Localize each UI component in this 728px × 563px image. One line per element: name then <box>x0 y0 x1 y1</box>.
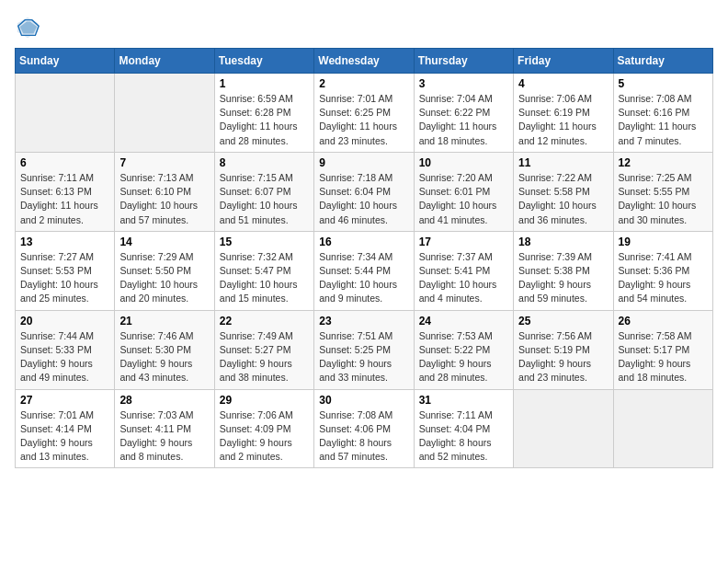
day-info: Sunrise: 7:46 AM Sunset: 5:30 PM Dayligh… <box>119 329 209 385</box>
day-info: Sunrise: 7:29 AM Sunset: 5:50 PM Dayligh… <box>119 250 209 306</box>
day-info: Sunrise: 7:15 AM Sunset: 6:07 PM Dayligh… <box>220 171 309 227</box>
calendar-cell: 21Sunrise: 7:46 AM Sunset: 5:30 PM Dayli… <box>115 310 214 389</box>
day-number: 13 <box>20 236 109 248</box>
day-info: Sunrise: 7:39 AM Sunset: 5:38 PM Dayligh… <box>518 250 608 306</box>
day-number: 16 <box>319 236 408 248</box>
day-info: Sunrise: 7:08 AM Sunset: 6:16 PM Dayligh… <box>619 92 708 148</box>
calendar-cell: 26Sunrise: 7:58 AM Sunset: 5:17 PM Dayli… <box>613 310 712 389</box>
calendar-cell: 31Sunrise: 7:11 AM Sunset: 4:04 PM Dayli… <box>414 389 513 468</box>
day-info: Sunrise: 7:34 AM Sunset: 5:44 PM Dayligh… <box>319 250 408 306</box>
calendar-cell: 28Sunrise: 7:03 AM Sunset: 4:11 PM Dayli… <box>115 389 214 468</box>
calendar-cell: 7Sunrise: 7:13 AM Sunset: 6:10 PM Daylig… <box>115 152 214 231</box>
logo-icon <box>15 15 40 40</box>
calendar-header-row: SundayMondayTuesdayWednesdayThursdayFrid… <box>16 49 713 74</box>
calendar-cell: 18Sunrise: 7:39 AM Sunset: 5:38 PM Dayli… <box>514 231 613 310</box>
day-number: 20 <box>20 315 109 327</box>
day-number: 15 <box>220 236 309 248</box>
calendar-cell: 5Sunrise: 7:08 AM Sunset: 6:16 PM Daylig… <box>613 74 712 153</box>
day-number: 25 <box>518 315 608 327</box>
calendar-cell: 27Sunrise: 7:01 AM Sunset: 4:14 PM Dayli… <box>16 389 115 468</box>
day-info: Sunrise: 7:01 AM Sunset: 4:14 PM Dayligh… <box>20 408 109 465</box>
calendar-cell: 30Sunrise: 7:08 AM Sunset: 4:06 PM Dayli… <box>314 389 414 468</box>
calendar-week-row: 6Sunrise: 7:11 AM Sunset: 6:13 PM Daylig… <box>16 152 713 231</box>
day-info: Sunrise: 7:49 AM Sunset: 5:27 PM Dayligh… <box>220 329 309 385</box>
calendar-cell: 9Sunrise: 7:18 AM Sunset: 6:04 PM Daylig… <box>314 152 414 231</box>
day-info: Sunrise: 7:51 AM Sunset: 5:25 PM Dayligh… <box>319 329 408 385</box>
day-number: 12 <box>619 156 708 169</box>
day-info: Sunrise: 7:22 AM Sunset: 5:58 PM Dayligh… <box>518 171 608 227</box>
weekday-header: Saturday <box>613 49 712 74</box>
calendar-cell: 2Sunrise: 7:01 AM Sunset: 6:25 PM Daylig… <box>314 74 414 153</box>
day-info: Sunrise: 7:41 AM Sunset: 5:36 PM Dayligh… <box>619 250 708 306</box>
day-info: Sunrise: 7:11 AM Sunset: 4:04 PM Dayligh… <box>419 408 508 465</box>
day-info: Sunrise: 7:01 AM Sunset: 6:25 PM Dayligh… <box>319 92 408 148</box>
day-info: Sunrise: 7:25 AM Sunset: 5:55 PM Dayligh… <box>619 171 708 227</box>
calendar-cell <box>115 74 214 153</box>
calendar-cell: 4Sunrise: 7:06 AM Sunset: 6:19 PM Daylig… <box>514 74 613 153</box>
weekday-header: Wednesday <box>314 49 414 74</box>
day-info: Sunrise: 7:32 AM Sunset: 5:47 PM Dayligh… <box>220 250 309 306</box>
calendar-week-row: 13Sunrise: 7:27 AM Sunset: 5:53 PM Dayli… <box>16 231 713 310</box>
calendar-cell: 16Sunrise: 7:34 AM Sunset: 5:44 PM Dayli… <box>314 231 414 310</box>
day-number: 3 <box>419 77 508 90</box>
day-number: 26 <box>619 315 708 327</box>
weekday-header: Thursday <box>414 49 513 74</box>
logo <box>15 15 44 40</box>
day-info: Sunrise: 7:04 AM Sunset: 6:22 PM Dayligh… <box>419 92 508 148</box>
day-number: 4 <box>518 77 608 90</box>
weekday-header: Sunday <box>16 49 115 74</box>
calendar-cell: 3Sunrise: 7:04 AM Sunset: 6:22 PM Daylig… <box>414 74 513 153</box>
day-number: 14 <box>119 236 209 248</box>
day-number: 19 <box>619 236 708 248</box>
day-number: 10 <box>419 156 508 169</box>
day-number: 30 <box>319 394 408 407</box>
calendar-cell <box>613 389 712 468</box>
day-number: 21 <box>119 315 209 327</box>
calendar-cell: 17Sunrise: 7:37 AM Sunset: 5:41 PM Dayli… <box>414 231 513 310</box>
day-number: 2 <box>319 77 408 90</box>
calendar-cell: 22Sunrise: 7:49 AM Sunset: 5:27 PM Dayli… <box>214 310 313 389</box>
weekday-header: Friday <box>514 49 613 74</box>
calendar-cell: 23Sunrise: 7:51 AM Sunset: 5:25 PM Dayli… <box>314 310 414 389</box>
day-number: 28 <box>119 394 209 407</box>
day-info: Sunrise: 7:53 AM Sunset: 5:22 PM Dayligh… <box>419 329 508 385</box>
day-number: 22 <box>220 315 309 327</box>
day-info: Sunrise: 7:13 AM Sunset: 6:10 PM Dayligh… <box>119 171 209 227</box>
day-number: 29 <box>220 394 309 407</box>
calendar-cell: 20Sunrise: 7:44 AM Sunset: 5:33 PM Dayli… <box>16 310 115 389</box>
day-number: 31 <box>419 394 508 407</box>
day-number: 1 <box>220 77 309 90</box>
day-number: 8 <box>220 156 309 169</box>
calendar-cell: 8Sunrise: 7:15 AM Sunset: 6:07 PM Daylig… <box>214 152 313 231</box>
calendar-table: SundayMondayTuesdayWednesdayThursdayFrid… <box>15 48 713 468</box>
calendar-cell <box>514 389 613 468</box>
day-info: Sunrise: 7:20 AM Sunset: 6:01 PM Dayligh… <box>419 171 508 227</box>
day-info: Sunrise: 7:08 AM Sunset: 4:06 PM Dayligh… <box>319 408 408 465</box>
day-info: Sunrise: 7:06 AM Sunset: 6:19 PM Dayligh… <box>518 92 608 148</box>
calendar-cell: 1Sunrise: 6:59 AM Sunset: 6:28 PM Daylig… <box>214 74 313 153</box>
calendar-cell: 11Sunrise: 7:22 AM Sunset: 5:58 PM Dayli… <box>514 152 613 231</box>
calendar-cell: 14Sunrise: 7:29 AM Sunset: 5:50 PM Dayli… <box>115 231 214 310</box>
calendar-week-row: 1Sunrise: 6:59 AM Sunset: 6:28 PM Daylig… <box>16 74 713 153</box>
calendar-cell: 10Sunrise: 7:20 AM Sunset: 6:01 PM Dayli… <box>414 152 513 231</box>
day-info: Sunrise: 7:18 AM Sunset: 6:04 PM Dayligh… <box>319 171 408 227</box>
day-number: 11 <box>518 156 608 169</box>
calendar-cell: 6Sunrise: 7:11 AM Sunset: 6:13 PM Daylig… <box>16 152 115 231</box>
day-number: 27 <box>20 394 109 407</box>
day-number: 7 <box>119 156 209 169</box>
calendar-cell: 19Sunrise: 7:41 AM Sunset: 5:36 PM Dayli… <box>613 231 712 310</box>
day-number: 24 <box>419 315 508 327</box>
day-number: 9 <box>319 156 408 169</box>
page-header <box>15 15 713 40</box>
day-info: Sunrise: 6:59 AM Sunset: 6:28 PM Dayligh… <box>220 92 309 148</box>
day-info: Sunrise: 7:11 AM Sunset: 6:13 PM Dayligh… <box>20 171 109 227</box>
day-number: 6 <box>20 156 109 169</box>
calendar-cell: 13Sunrise: 7:27 AM Sunset: 5:53 PM Dayli… <box>16 231 115 310</box>
calendar-cell: 15Sunrise: 7:32 AM Sunset: 5:47 PM Dayli… <box>214 231 313 310</box>
day-info: Sunrise: 7:06 AM Sunset: 4:09 PM Dayligh… <box>220 408 309 465</box>
day-number: 17 <box>419 236 508 248</box>
day-info: Sunrise: 7:37 AM Sunset: 5:41 PM Dayligh… <box>419 250 508 306</box>
day-number: 5 <box>619 77 708 90</box>
day-info: Sunrise: 7:56 AM Sunset: 5:19 PM Dayligh… <box>518 329 608 385</box>
day-number: 23 <box>319 315 408 327</box>
